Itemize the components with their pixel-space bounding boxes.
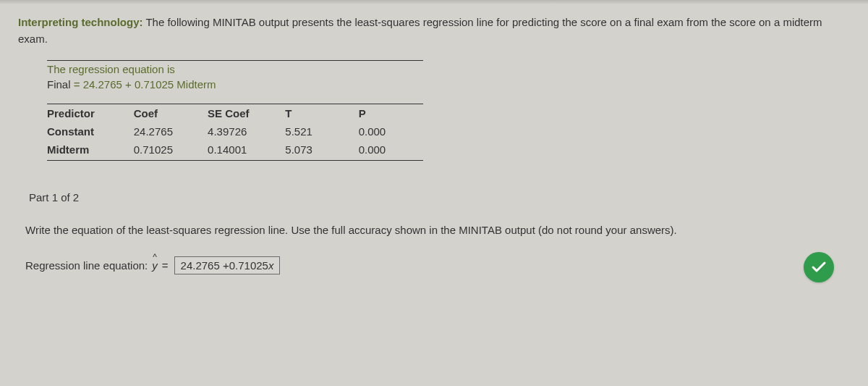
question-text: Write the equation of the least-squares … xyxy=(25,222,850,239)
answer-value: 24.2765 +0.71025 xyxy=(181,259,268,272)
th-coef: Coef xyxy=(134,104,208,123)
cell-t-0: 5.521 xyxy=(285,122,341,140)
cell-name-1: Midterm xyxy=(47,140,134,161)
check-icon xyxy=(810,259,827,276)
th-secoef: SE Coef xyxy=(208,104,285,123)
intro-paragraph: Interpreting technology: The following M… xyxy=(18,14,850,47)
answer-label: Regression line equation: xyxy=(25,259,148,272)
predictor-table: Predictor Coef SE Coef T P Constant 24.2… xyxy=(47,104,423,161)
table-row: Midterm 0.71025 0.14001 5.073 0.000 xyxy=(47,140,423,161)
yhat-symbol: y xyxy=(152,259,158,272)
reg-rhs: 24.2765 + 0.71025 Midterm xyxy=(83,78,216,91)
regression-header: The regression equation is xyxy=(47,63,850,75)
regression-block: The regression equation is Final = 24.27… xyxy=(47,60,850,91)
cell-name-0: Constant xyxy=(47,122,134,140)
answer-xvar: x xyxy=(268,259,274,272)
answer-input[interactable]: 24.2765 +0.71025x xyxy=(174,256,281,274)
cell-se-1: 0.14001 xyxy=(208,140,285,161)
reg-lhs: Final xyxy=(47,78,71,91)
reg-eq: = xyxy=(71,78,83,91)
th-predictor: Predictor xyxy=(47,104,134,123)
cell-coef-0: 24.2765 xyxy=(134,122,208,140)
table-header-row: Predictor Coef SE Coef T P xyxy=(47,104,423,123)
answer-line: Regression line equation: y = 24.2765 +0… xyxy=(25,256,850,274)
th-t: T xyxy=(285,104,341,123)
cell-se-0: 4.39726 xyxy=(208,122,285,140)
cell-p-0: 0.000 xyxy=(341,122,423,140)
regression-equation: Final = 24.2765 + 0.71025 Midterm xyxy=(47,78,850,91)
correct-badge xyxy=(804,252,834,282)
part-label: Part 1 of 2 xyxy=(29,191,850,204)
cell-t-1: 5.073 xyxy=(285,140,341,161)
cell-p-1: 0.000 xyxy=(341,140,423,161)
table-row: Constant 24.2765 4.39726 5.521 0.000 xyxy=(47,122,423,140)
answer-eq: = xyxy=(162,259,169,272)
th-p: P xyxy=(341,104,423,123)
cell-coef-1: 0.71025 xyxy=(134,140,208,161)
intro-title: Interpreting technology: xyxy=(18,16,143,28)
